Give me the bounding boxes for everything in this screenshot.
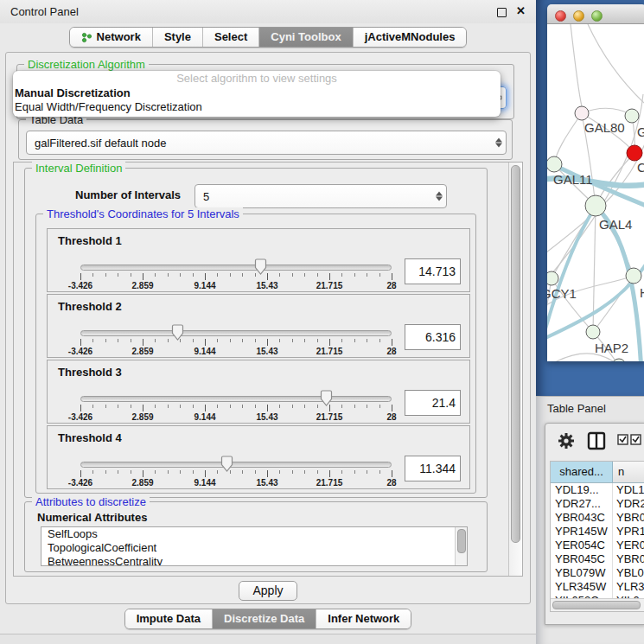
table-data-combobox[interactable]: galFiltered.sif default node [26,131,507,155]
cell-name[interactable]: YBL0 [613,566,644,580]
cell-shared-name[interactable]: YDR27... [551,497,613,511]
attributes-group-title: Attributes to discretize [32,495,150,508]
table-panel-title: Table Panel [547,402,606,415]
slider-ticks [80,339,392,347]
slider-track[interactable] [80,265,392,271]
table-row[interactable]: YBR045CYBR0 [551,552,644,566]
cell-shared-name[interactable]: YPR145W [551,525,613,539]
tab-cyni-toolbox[interactable]: Cyni Toolbox [258,28,352,47]
threshold-coordinates-group: Threshold's Coordinates for 5 Intervals … [35,214,476,494]
tick-label: 15.43 [256,412,277,422]
attribute-item-topologicalcoefficient[interactable]: TopologicalCoefficient [41,541,467,555]
tick-label: -3.426 [68,347,92,356]
close-traffic-light-icon[interactable] [555,10,566,22]
float-window-icon[interactable] [497,8,507,17]
apply-button[interactable]: Apply [239,581,297,601]
table-row[interactable]: YDL19...YDL1 [551,483,644,497]
algorithm-option-equal-width-frequency-discretization[interactable]: Equal Width/Frequency Discretization [13,100,501,114]
network-node-gal11[interactable] [547,156,562,172]
tab-infer-network[interactable]: Infer Network [316,609,411,628]
network-node-gal4[interactable] [585,195,606,216]
network-node-label: GAL80 [584,120,625,135]
zoom-traffic-light-icon[interactable] [591,10,603,22]
threshold-value-field[interactable]: 11.344 [405,456,461,481]
table-row[interactable]: YLR345WYLR3 [551,580,644,594]
cell-shared-name[interactable]: YBR045C [551,552,613,566]
network-node-gal80[interactable] [575,106,589,120]
tab-select[interactable]: Select [202,28,258,47]
tab-label: Discretize Data [224,609,304,628]
list-scrollbar[interactable] [455,527,467,565]
tab-label: Style [164,28,191,47]
numerical-attributes-list[interactable]: SelfLoopsTopologicalCoefficientBetweenne… [41,526,468,566]
cell-name[interactable]: YBR0 [613,552,644,566]
combobox-stepper-icon[interactable] [495,138,502,148]
number-of-intervals-combobox[interactable]: 5 [194,184,447,208]
slider-tick-labels: -3.4262.8599.14415.4321.71528 [80,478,392,488]
slider-track[interactable] [80,330,392,336]
cell-name[interactable]: YDL1 [613,483,644,497]
network-node-h[interactable] [626,268,641,284]
column-header-shared-name[interactable]: shared... [551,462,613,482]
network-window-titlebar [547,4,644,24]
cell-shared-name[interactable]: YDL19... [551,483,613,497]
attribute-item-selfloops[interactable]: SelfLoops [41,527,467,541]
threshold-value-field[interactable]: 21.4 [405,390,461,416]
cell-name[interactable]: YLR3 [613,580,644,594]
cell-shared-name[interactable]: YBL079W [551,566,613,580]
column-header-name[interactable]: n [613,462,644,482]
split-columns-icon[interactable] [587,431,606,450]
slider-track[interactable] [80,462,392,468]
threshold-panel: Threshold 2 -3.4262.8599.14415.4321.7152… [47,294,470,358]
threshold-slider[interactable]: -3.4262.8599.14415.4321.71528 [80,456,392,488]
threshold-label: Threshold 1 [58,234,122,247]
table-row[interactable]: YPR145WYPR1 [551,525,644,539]
table-data-group: Table Data galFiltered.sif default node [18,119,513,160]
minimize-traffic-light-icon[interactable] [573,10,584,22]
table-row[interactable]: YDR27...YDR2 [551,497,644,511]
algorithm-option-manual-discretization[interactable]: Manual Discretization [13,86,501,100]
tab-jactivemnodules[interactable]: jActiveMNodules [353,28,467,47]
attribute-item-betweennesscentrality[interactable]: BetweennessCentrality [41,555,467,566]
tab-network[interactable]: Network [70,28,152,47]
network-node-ga[interactable] [625,109,639,123]
cell-shared-name[interactable]: YLR345W [551,580,613,594]
tab-impute-data[interactable]: Impute Data [125,609,212,628]
table-row[interactable]: YBR043CYBR0 [551,511,644,525]
network-node-c[interactable] [627,145,642,161]
cell-name[interactable]: YPR1 [613,525,644,539]
cell-shared-name[interactable]: YBR043C [551,511,613,525]
table-row[interactable]: YER054CYER0 [551,539,644,552]
threshold-slider[interactable]: -3.4262.8599.14415.4321.71528 [80,258,392,291]
node-table[interactable]: shared... n YDL19...YDL1YDR27...YDR2YBR0… [550,461,644,612]
settings-gear-icon[interactable] [557,431,576,450]
threshold-slider[interactable]: -3.4262.8599.14415.4321.71528 [80,390,392,423]
tab-discretize-data[interactable]: Discretize Data [212,609,316,628]
threshold-slider[interactable]: -3.4262.8599.14415.4321.71528 [80,324,392,357]
cell-shared-name[interactable]: YER054C [551,539,613,552]
network-node-gcy1[interactable] [547,271,558,285]
slider-track[interactable] [80,396,392,402]
combobox-stepper-icon[interactable] [436,192,443,201]
main-vertical-scrollbar[interactable] [508,163,522,576]
tick-label: 9.144 [194,347,215,356]
network-node-hap2[interactable] [586,325,600,339]
threshold-value-field[interactable]: 14.713 [405,258,461,284]
select-columns-checkboxes-icon[interactable] [617,434,641,446]
cell-name[interactable]: YER0 [613,539,644,552]
cell-name[interactable]: YBR0 [613,511,644,525]
threshold-value-field[interactable]: 6.316 [405,324,461,350]
tab-style[interactable]: Style [152,28,202,47]
tick-label: 21.715 [316,281,343,290]
table-row[interactable]: YBL079WYBL0 [551,566,644,580]
table-horizontal-scrollbar[interactable] [551,598,644,611]
tab-label: Select [214,28,247,47]
close-icon[interactable]: ✕ [516,4,526,17]
network-node-label: GA [637,124,644,139]
bottom-tab-bar: Impute DataDiscretize DataInfer Network [0,609,536,629]
threshold-label: Threshold 3 [58,366,122,379]
tick-label: 2.859 [131,347,153,356]
network-canvas[interactable]: GAL80GACGAL11GAL4GCY1HHAP2 [547,24,644,361]
tick-label: 28 [386,281,396,290]
cell-name[interactable]: YDR2 [613,497,644,511]
